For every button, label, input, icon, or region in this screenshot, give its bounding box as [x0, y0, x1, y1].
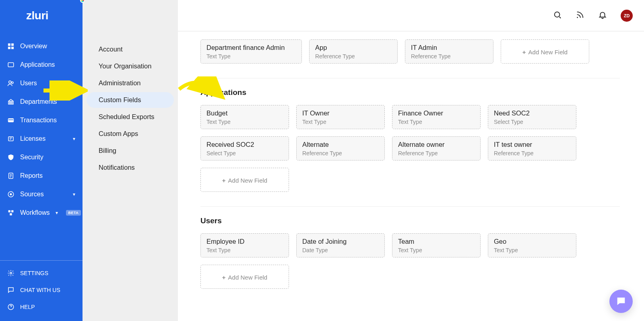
nav-label: Transactions [20, 117, 57, 124]
field-name: Finance Owner [398, 109, 475, 117]
field-name: Geo [494, 238, 570, 245]
field-card[interactable]: Need SOC2 Select Type [488, 105, 576, 129]
nav-settings[interactable]: SETTINGS [0, 265, 83, 282]
settings-item-label: Custom Apps [99, 130, 138, 137]
field-type: Text Type [398, 119, 475, 125]
nav-label: Departments [20, 98, 57, 105]
field-card[interactable]: IT Admin Reference Type [405, 39, 493, 64]
nav-label: Applications [20, 61, 55, 68]
nav-overview[interactable]: Overview [0, 37, 83, 56]
nav-divider [0, 260, 83, 261]
field-type: Reference Type [302, 150, 379, 156]
nav-departments[interactable]: Departments [0, 93, 83, 111]
field-type: Reference Type [315, 53, 392, 60]
chevron-down-icon: ▾ [73, 136, 75, 142]
field-card[interactable]: Team Text Type [392, 233, 481, 257]
help-icon [7, 303, 14, 311]
nav-workflows[interactable]: Workflows ▾ BETA [0, 204, 83, 222]
field-type: Select Type [206, 150, 283, 156]
content-scroll[interactable]: Departments Department finance Admin Tex… [178, 0, 644, 321]
settings-item-label: Custom Fields [99, 96, 141, 103]
add-field-label: Add New Field [228, 274, 268, 281]
sidebar-footer: SETTINGS CHAT WITH US HELP [0, 265, 83, 321]
section-title: Applications [200, 88, 620, 97]
nav-sources[interactable]: Sources ▾ [0, 185, 83, 204]
users-icon [7, 80, 14, 87]
field-card[interactable]: Budget Text Type [200, 105, 289, 129]
field-type: Reference Type [411, 53, 487, 60]
add-field-button[interactable]: + Add New Field [200, 168, 289, 192]
settings-item-label: Notifications [99, 164, 135, 171]
chat-launcher-button[interactable] [609, 290, 633, 313]
nav-chat[interactable]: CHAT WITH US [0, 282, 83, 298]
field-card[interactable]: App Reference Type [309, 39, 398, 64]
field-card[interactable]: Geo Text Type [488, 233, 576, 257]
field-card[interactable]: Alternate owner Reference Type [392, 136, 481, 160]
add-field-button[interactable]: + Add New Field [200, 265, 289, 289]
svg-point-5 [9, 81, 11, 83]
settings-item-scheduled-exports[interactable]: Scheduled Exports [87, 109, 174, 125]
svg-point-15 [10, 193, 12, 195]
field-card[interactable]: Date of Joining Date Type [296, 233, 385, 257]
field-name: IT Admin [411, 44, 487, 51]
field-card[interactable]: Finance Owner Text Type [392, 105, 481, 129]
bell-icon[interactable] [598, 10, 607, 21]
chat-bubble-icon [615, 296, 627, 307]
field-card[interactable]: IT Owner Text Type [296, 105, 385, 129]
field-type: Date Type [302, 247, 379, 253]
avatar[interactable]: ZD [621, 10, 633, 22]
nav-licenses[interactable]: Licenses ▾ [0, 130, 83, 148]
applications-icon [7, 61, 14, 68]
svg-rect-18 [10, 214, 12, 216]
settings-item-billing[interactable]: Billing [87, 143, 174, 158]
field-card[interactable]: Employee ID Text Type [200, 233, 289, 257]
settings-item-custom-fields[interactable]: Custom Fields [87, 92, 174, 108]
settings-item-notifications[interactable]: Notifications [87, 160, 174, 175]
nav-label: Licenses [20, 135, 45, 142]
nav-applications[interactable]: Applications [0, 56, 83, 74]
plus-icon: + [222, 177, 226, 184]
rss-icon[interactable] [576, 10, 584, 21]
topbar-actions: ZD [553, 10, 633, 22]
field-type: Text Type [494, 247, 570, 253]
nav-label: Security [20, 154, 43, 161]
field-name: Date of Joining [302, 238, 379, 245]
settings-item-account[interactable]: Account [87, 41, 174, 57]
svg-rect-3 [12, 47, 14, 49]
add-field-button[interactable]: + Add New Field [501, 39, 589, 64]
svg-point-22 [577, 17, 578, 18]
settings-item-organisation[interactable]: Your Organisation [87, 58, 174, 74]
topbar: Settings ZD [178, 0, 644, 31]
field-card[interactable]: IT test owner Reference Type [488, 136, 576, 160]
section-applications: Applications Budget Text Type IT Owner T… [200, 78, 620, 207]
field-card[interactable]: Department finance Admin Text Type [200, 39, 302, 64]
field-name: Received SOC2 [206, 141, 283, 148]
settings-item-administration[interactable]: Administration [87, 75, 174, 91]
nav-transactions[interactable]: Transactions [0, 111, 83, 130]
search-icon[interactable] [553, 10, 562, 21]
field-card[interactable]: Received SOC2 Select Type [200, 136, 289, 160]
nav-label: Overview [20, 43, 47, 50]
field-name: IT Owner [302, 109, 379, 117]
chevron-down-icon: ▾ [73, 191, 75, 197]
field-name: Alternate owner [398, 141, 475, 148]
svg-rect-8 [10, 102, 11, 104]
field-name: Employee ID [206, 238, 283, 245]
beta-badge: BETA [66, 210, 81, 216]
nav-help[interactable]: HELP [0, 298, 83, 315]
nav-reports[interactable]: Reports [0, 167, 83, 185]
avatar-initials: ZD [624, 13, 630, 18]
nav-security[interactable]: Security [0, 148, 83, 167]
nav-label: HELP [20, 304, 35, 310]
section-title: Users [200, 216, 620, 225]
settings-item-custom-apps[interactable]: Custom Apps [87, 126, 174, 142]
svg-rect-16 [8, 210, 10, 212]
primary-nav: Overview Applications Users Departments … [0, 31, 83, 256]
field-card[interactable]: Alternate Reference Type [296, 136, 385, 160]
workflows-icon [7, 209, 14, 216]
shield-icon [7, 154, 14, 161]
brand-logo: zluri [0, 0, 83, 31]
settings-item-label: Administration [99, 79, 141, 86]
field-name: Budget [206, 109, 283, 117]
nav-users[interactable]: Users [0, 74, 83, 93]
